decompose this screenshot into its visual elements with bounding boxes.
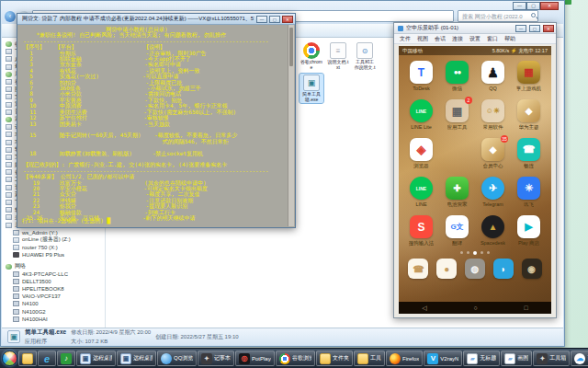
- app-icon[interactable]: [481, 99, 504, 122]
- back-button[interactable]: ‹: [5, 11, 16, 22]
- file-item[interactable]: 说明文档.txt: [326, 41, 350, 71]
- close-button[interactable]: ✕: [543, 25, 554, 32]
- minimize-button[interactable]: —: [256, 16, 267, 23]
- minimize-button[interactable]: —: [513, 2, 526, 10]
- app-shortcut[interactable]: 浏览器: [403, 138, 439, 169]
- taskbar-button[interactable]: 文件夹: [316, 351, 353, 366]
- file-item[interactable]: 简单工具箱.exe: [300, 74, 323, 103]
- taskbar-button[interactable]: V2rayN: [424, 351, 462, 366]
- app-icon[interactable]: 35: [481, 138, 504, 161]
- taskbar-button[interactable]: 工具: [354, 351, 385, 366]
- menu-item[interactable]: 窗口: [487, 35, 498, 43]
- app-icon[interactable]: [446, 138, 469, 161]
- app-shortcut[interactable]: 35 会员中心: [475, 138, 511, 169]
- app-icon[interactable]: 2: [446, 99, 469, 122]
- app-shortcut[interactable]: 电池管家: [439, 177, 475, 208]
- start-button[interactable]: [2, 351, 17, 366]
- app-icon[interactable]: [517, 99, 540, 122]
- app-icon[interactable]: [410, 215, 433, 238]
- file-item[interactable]: 工具和工作说明文.txt: [353, 41, 377, 71]
- sidebar-item-network-pc[interactable]: DELLT3500: [2, 278, 105, 285]
- taskbar-button[interactable]: [57, 351, 75, 366]
- dock-app-icon[interactable]: [522, 259, 542, 279]
- sidebar-item-drive[interactable]: onLine (服务器) (Z:): [2, 236, 105, 244]
- app-icon[interactable]: [410, 99, 433, 122]
- app-icon[interactable]: [517, 177, 540, 200]
- phone-screen[interactable]: 中国移动 5.80K/s ⚡ 充电中 12:17 ToDesk 微信: [399, 46, 551, 314]
- app-icon[interactable]: [410, 61, 433, 84]
- app-shortcut[interactable]: LINE Lite: [403, 99, 439, 131]
- app-shortcut[interactable]: 搜狗输入法: [403, 215, 439, 247]
- dock-app-icon[interactable]: [436, 259, 457, 279]
- app-shortcut[interactable]: LINE: [403, 177, 439, 208]
- app-icon[interactable]: [481, 177, 504, 200]
- taskbar-button[interactable]: 远程桌面连接: [76, 351, 116, 366]
- app-shortcut[interactable]: 掌上游戏机: [511, 61, 547, 92]
- sidebar-item-drive[interactable]: HUAWEI P9 Plus: [2, 251, 105, 259]
- sidebar-item-network-pc[interactable]: 4K3-PTCAPC-LLC: [2, 270, 105, 278]
- app-icon[interactable]: [517, 215, 540, 238]
- menu-item[interactable]: 帮助: [504, 35, 515, 43]
- maximize-button[interactable]: ▢: [526, 2, 540, 10]
- phone-window-titlebar[interactable]: 空中乐景助手 (01-01) — ▢ ✕: [394, 23, 556, 34]
- menu-item[interactable]: 连接: [452, 35, 463, 43]
- home-nav-icon[interactable]: [473, 305, 477, 311]
- sidebar-item-network-pc[interactable]: N4100G2: [2, 308, 105, 316]
- maximize-button[interactable]: ▢: [529, 25, 540, 32]
- sidebar-item-network-pc[interactable]: N4100HAI: [2, 316, 105, 323]
- close-button[interactable]: ✕: [540, 2, 559, 10]
- app-shortcut[interactable]: 常用软件: [475, 99, 511, 131]
- app-icon[interactable]: [517, 61, 540, 84]
- scrollbar-thumb[interactable]: [289, 28, 293, 66]
- document-titlebar[interactable]: 网贷文: 贷款了 内部教程 申请不成功必看(更新2022.04.24持续更新) …: [17, 14, 295, 25]
- menu-item[interactable]: 文件: [400, 35, 411, 43]
- back-nav-icon[interactable]: [422, 305, 426, 312]
- menu-item[interactable]: 会话: [435, 35, 446, 43]
- sidebar-item-network-pc[interactable]: VAIO-VPCF137: [2, 293, 105, 300]
- app-shortcut[interactable]: 讯飞: [511, 177, 547, 208]
- taskbar-button[interactable]: 远程桌面连接: [117, 351, 156, 366]
- taskbar-button[interactable]: [18, 351, 37, 366]
- app-shortcut[interactable]: Spacedesk: [475, 215, 511, 247]
- app-shortcut[interactable]: Telegram: [475, 177, 511, 208]
- taskbar-button[interactable]: [38, 351, 56, 366]
- app-shortcut[interactable]: 微信: [439, 61, 475, 92]
- dock-app-icon[interactable]: [493, 259, 514, 279]
- sidebar-item-network[interactable]: 网络: [2, 262, 105, 270]
- menu-item[interactable]: 设置: [469, 35, 481, 43]
- app-shortcut[interactable]: 翻译: [439, 215, 475, 247]
- sidebar-item-network-pc[interactable]: HPELITEBOOK8: [2, 285, 105, 293]
- app-icon[interactable]: [410, 177, 433, 200]
- taskbar-button[interactable]: Firefox: [386, 351, 423, 366]
- app-icon[interactable]: [481, 215, 504, 238]
- menu-item[interactable]: 视图: [417, 35, 428, 43]
- app-icon[interactable]: [446, 215, 469, 238]
- app-shortcut[interactable]: [439, 138, 475, 169]
- taskbar-button[interactable]: 记事本: [198, 351, 234, 366]
- app-shortcut[interactable]: ToDesk: [403, 61, 439, 92]
- app-icon[interactable]: [517, 138, 540, 161]
- taskbar-button[interactable]: QQ浏览器: [157, 351, 197, 366]
- taskbar-button[interactable]: 无标题: [463, 351, 500, 366]
- close-button[interactable]: ✕: [282, 16, 293, 23]
- dock-app-icon[interactable]: [465, 259, 485, 279]
- recents-nav-icon[interactable]: [524, 305, 527, 311]
- taskbar-button[interactable]: 谷歌浏览器: [276, 351, 315, 366]
- app-shortcut[interactable]: 2 应用工具: [439, 99, 475, 131]
- taskbar-button[interactable]: 工具箱: [533, 351, 570, 366]
- sidebar-item-network-pc[interactable]: N4100: [2, 300, 105, 307]
- document-scrollbar[interactable]: [288, 25, 294, 226]
- app-icon[interactable]: [410, 138, 433, 161]
- app-icon[interactable]: [446, 177, 469, 200]
- app-icon[interactable]: [481, 61, 504, 84]
- search-input[interactable]: 搜索 网贷小教程 (2022.0: [458, 10, 538, 22]
- taskbar-button[interactable]: 画图: [501, 351, 532, 366]
- file-item[interactable]: 谷歌chrome: [300, 41, 323, 71]
- minimize-button[interactable]: —: [515, 25, 526, 32]
- dock-app-icon[interactable]: [408, 259, 428, 279]
- app-shortcut[interactable]: QQ: [475, 61, 511, 92]
- app-shortcut[interactable]: 华为主题: [511, 99, 547, 131]
- taskbar-button[interactable]: PotPlayer: [235, 351, 275, 366]
- maximize-button[interactable]: ▢: [269, 16, 280, 23]
- taskbar-button[interactable]: 百度网盘: [571, 351, 588, 366]
